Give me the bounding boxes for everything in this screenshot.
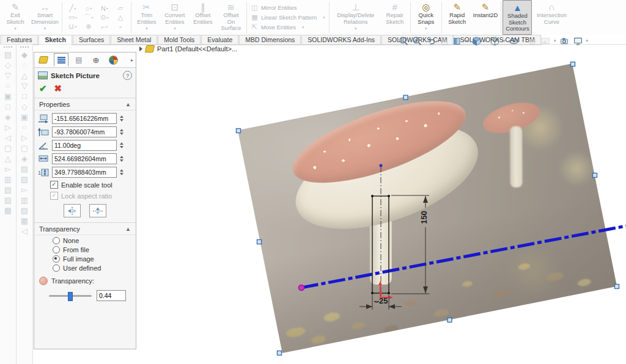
offset-on-surface-button[interactable]: ≋ Offset On Surface: [217, 0, 245, 35]
rectangle-tool-icon[interactable]: ▭▾: [65, 13, 80, 21]
chevron-down-icon[interactable]: ▾: [522, 38, 525, 43]
chevron-down-icon[interactable]: ▾: [503, 38, 506, 43]
toolbar-icon[interactable]: ▦: [21, 216, 28, 227]
toolbar-icon[interactable]: △: [5, 154, 11, 164]
y-position-input[interactable]: [52, 126, 117, 137]
transparency-section-header[interactable]: Transparency ▲: [34, 222, 136, 235]
chevron-down-icon[interactable]: ▾: [302, 25, 304, 30]
instant2d-button[interactable]: ✎ Instant2D: [471, 0, 500, 35]
trim-entities-button[interactable]: ✂ Trim Entities ▾: [133, 0, 161, 35]
toolbar-grip[interactable]: [4, 46, 12, 48]
text-tool-icon[interactable]: △: [113, 13, 128, 21]
plane-tool-icon[interactable]: ▱: [113, 4, 128, 12]
tab-property-manager[interactable]: [54, 53, 68, 67]
toolbar-icon[interactable]: ▤: [4, 50, 12, 60]
toolbar-icon[interactable]: ◈: [21, 154, 28, 164]
properties-section-header[interactable]: Properties ▲: [34, 98, 136, 111]
transparency-from-file-option[interactable]: From file: [53, 246, 132, 253]
toolbar-icon[interactable]: ○: [22, 123, 27, 133]
chevron-down-icon[interactable]: ▾: [425, 26, 427, 32]
flip-vertical-button[interactable]: [89, 204, 106, 217]
circle-tool-icon[interactable]: ○▾: [81, 5, 96, 12]
toolbar-icon[interactable]: ◇: [5, 60, 11, 71]
toolbar-icon[interactable]: ▻: [21, 185, 28, 195]
chevron-down-icon[interactable]: ▾: [14, 26, 17, 32]
toolbar-icon[interactable]: ▤: [21, 164, 28, 175]
chevron-down-icon[interactable]: ▾: [174, 26, 176, 32]
toolbar-icon[interactable]: ▣: [21, 112, 28, 123]
toolbar-icon[interactable]: ○: [6, 81, 10, 92]
view-orientation-icon[interactable]: [471, 36, 482, 46]
toolbar-icon[interactable]: ▷: [21, 133, 28, 144]
toolbar-icon[interactable]: ▨: [4, 195, 12, 206]
fillet-tool-icon[interactable]: ⌐▾: [97, 23, 112, 31]
confirm-button[interactable]: ✔: [39, 83, 47, 94]
transparency-full-image-option[interactable]: Full image: [53, 255, 132, 263]
intersection-curve-button[interactable]: ∩ Intersection Curve: [532, 0, 571, 35]
feature-tree-flyout[interactable]: Part1 (Default<<Default>...: [139, 45, 237, 53]
enable-scale-tool-checkbox[interactable]: ✓: [50, 181, 58, 189]
tab-mold-tools[interactable]: Mold Tools: [158, 35, 201, 45]
offset-entities-button[interactable]: ∥ Offset Entities: [189, 0, 217, 35]
sketch-picture-image[interactable]: [238, 64, 617, 353]
transparency-slider[interactable]: [49, 295, 92, 297]
spline-tool-icon[interactable]: N▾: [97, 5, 112, 12]
exit-sketch-button[interactable]: ✎ Exit Sketch ▾: [1, 0, 29, 35]
mirror-entities-button[interactable]: ◫ Mirror Entities: [251, 4, 325, 12]
toolbar-icon[interactable]: ▣: [4, 92, 12, 102]
transparency-color-icon[interactable]: [39, 277, 48, 285]
toolbar-icon[interactable]: ◆: [21, 50, 28, 60]
view-settings-icon[interactable]: [559, 36, 570, 46]
chevron-down-icon[interactable]: ▾: [586, 38, 589, 43]
point-tool-icon[interactable]: ⊕: [81, 23, 96, 31]
toolbar-icon[interactable]: ◁: [21, 227, 28, 237]
toolbar-icon[interactable]: ▻: [5, 164, 11, 175]
small-tool-icon[interactable]: ▫: [113, 23, 128, 31]
collapse-chevron-icon[interactable]: ▲: [125, 226, 131, 232]
radio-icon[interactable]: [53, 237, 60, 244]
toolbar-icon[interactable]: ▽: [21, 81, 28, 92]
smart-dimension-button[interactable]: ↔ Smart Dimension ▾: [29, 0, 61, 35]
previous-view-icon[interactable]: [425, 36, 436, 46]
y-position-spinner[interactable]: [120, 129, 123, 135]
move-entities-button[interactable]: ⇱ Move Entities ▾: [251, 23, 325, 32]
chevron-down-icon[interactable]: ▾: [485, 38, 487, 43]
chevron-down-icon[interactable]: ▾: [355, 26, 357, 32]
enable-scale-tool-row[interactable]: ✓ Enable scale tool: [50, 181, 132, 189]
tab-features[interactable]: Features: [1, 35, 38, 45]
height-input[interactable]: [52, 167, 117, 178]
chevron-down-icon[interactable]: ▾: [323, 15, 325, 20]
flip-horizontal-button[interactable]: [64, 204, 81, 217]
full-screen-icon[interactable]: [573, 36, 583, 46]
toolbar-icon[interactable]: ▧: [4, 185, 12, 195]
toolbar-icon[interactable]: □: [22, 92, 27, 102]
angle-input[interactable]: [52, 140, 117, 151]
x-position-input[interactable]: [52, 113, 117, 124]
toolbar-icon[interactable]: ▧: [21, 175, 28, 185]
toolbar-icon[interactable]: ▷: [5, 123, 11, 133]
display-style-icon[interactable]: [490, 36, 500, 46]
chevron-down-icon[interactable]: ▾: [554, 38, 556, 43]
cancel-button[interactable]: ✖: [54, 83, 62, 94]
tab-solidworks-add-ins[interactable]: SOLIDWORKS Add-Ins: [301, 35, 381, 45]
toolbar-icon[interactable]: ▢: [4, 144, 12, 154]
chevron-down-icon[interactable]: ▾: [44, 26, 46, 32]
slot-tool-icon[interactable]: ⊔▾: [65, 23, 80, 31]
display-delete-relations-button[interactable]: ⊥ Display/Delete Relations ▾: [331, 0, 381, 35]
flyout-arrow-icon[interactable]: [139, 46, 142, 51]
radio-icon-selected[interactable]: [53, 255, 60, 263]
toolbar-icon[interactable]: ▥: [4, 175, 12, 185]
hide-show-items-icon[interactable]: [509, 36, 519, 46]
toolbar-icon[interactable]: ▥: [21, 195, 28, 206]
angle-spinner[interactable]: [120, 142, 123, 148]
panel-tab-scroll-right[interactable]: ▸: [131, 57, 133, 63]
height-spinner[interactable]: [120, 169, 123, 175]
toolbar-icon[interactable]: ◇: [21, 102, 28, 112]
radio-icon[interactable]: [53, 264, 60, 272]
width-spinner[interactable]: [120, 156, 123, 162]
section-view-icon[interactable]: [452, 36, 463, 46]
toolbar-icon[interactable]: □: [6, 102, 10, 112]
slider-thumb[interactable]: [68, 292, 73, 301]
quick-snaps-button[interactable]: ◎ Quick Snaps ▾: [412, 0, 440, 35]
tab-feature-manager[interactable]: [37, 54, 50, 66]
